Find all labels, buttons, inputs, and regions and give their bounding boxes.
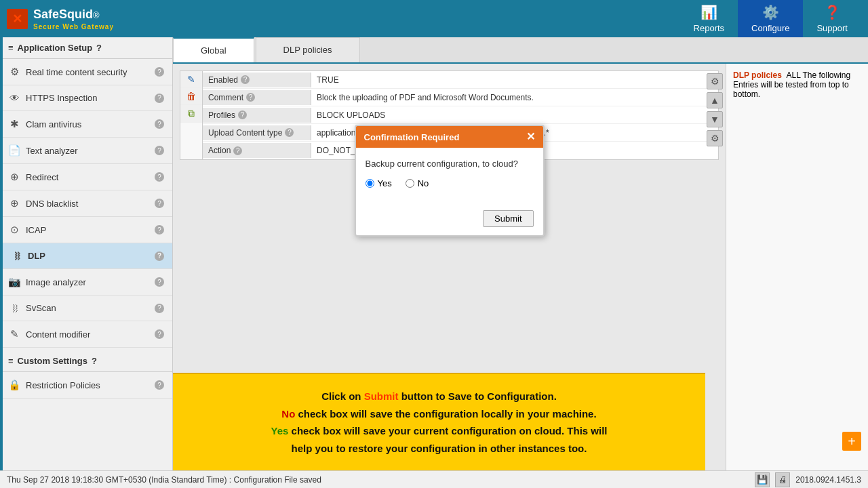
- logo-box: ✕: [7, 9, 28, 29]
- app-setup-help-icon[interactable]: ?: [96, 43, 102, 53]
- content-modifier-icon: ✎: [8, 328, 20, 340]
- sidebar-section-app-setup[interactable]: ≡ Application Setup ?: [0, 37, 172, 59]
- radio-no[interactable]: [406, 179, 414, 188]
- status-icons: 💾 🖨 2018.0924.1451.3: [755, 472, 861, 487]
- confirmation-dialog: Confirmation Required ✕ Backup current c…: [355, 125, 545, 237]
- main-layout: ≡ Application Setup ? ⚙ Real time conten…: [0, 37, 868, 470]
- sidebar-item-https-label: HTTPS Inspection: [26, 93, 98, 103]
- radio-no-label[interactable]: No: [406, 178, 429, 188]
- sidebar: ≡ Application Setup ? ⚙ Real time conten…: [0, 37, 173, 470]
- reports-icon: 📊: [701, 4, 717, 20]
- custom-settings-icon: ≡: [8, 356, 14, 366]
- dialog-overlay: Confirmation Required ✕ Backup current c…: [173, 64, 726, 470]
- redirect-help-icon[interactable]: ?: [155, 172, 164, 182]
- svscan-icon: ⧚: [8, 302, 20, 314]
- tabs-bar: Global DLP policies: [173, 37, 868, 64]
- sidebar-item-icap[interactable]: ⊙ ICAP ?: [0, 217, 172, 243]
- sidebar-item-content-modifier[interactable]: ✎ Content modifier ?: [0, 321, 172, 348]
- dns-help-icon[interactable]: ?: [155, 199, 164, 208]
- sidebar-item-real-time-label: Real time content security: [26, 67, 127, 77]
- icap-help-icon[interactable]: ?: [155, 225, 164, 235]
- radio-no-text: No: [418, 178, 429, 188]
- app-setup-label: Application Setup: [18, 43, 93, 53]
- dialog-body: Backup current configuration, to cloud? …: [356, 148, 543, 210]
- tab-dlp-policies[interactable]: DLP policies: [256, 37, 360, 62]
- configure-icon: ⚙️: [762, 4, 779, 20]
- clam-icon: ✱: [8, 118, 20, 130]
- text-analyzer-help-icon[interactable]: ?: [155, 146, 164, 155]
- custom-settings-label: Custom Settings: [18, 356, 87, 366]
- restriction-policies-label: Restriction Policies: [26, 380, 100, 390]
- dialog-footer: Submit: [356, 210, 543, 235]
- dlp-help-icon[interactable]: ?: [155, 251, 164, 261]
- sidebar-item-clam-label: Clam antivirus: [26, 119, 81, 129]
- radio-yes-label[interactable]: Yes: [366, 178, 392, 188]
- sidebar-item-svscan-label: SvScan: [26, 303, 56, 313]
- dialog-submit-button[interactable]: Submit: [483, 210, 533, 227]
- sidebar-item-text-analyzer-label: Text analyzer: [26, 146, 78, 156]
- real-time-icon: ⚙: [8, 66, 20, 78]
- sidebar-item-dlp-label: DLP: [28, 251, 45, 261]
- dialog-title: Confirmation Required: [364, 132, 460, 142]
- nav-support[interactable]: ❓ Support: [803, 0, 861, 39]
- content-area: Global DLP policies ✎ 🗑 ⧉: [173, 37, 868, 470]
- clam-help-icon[interactable]: ?: [155, 119, 164, 129]
- image-analyzer-help-icon[interactable]: ?: [155, 277, 164, 287]
- content-modifier-help-icon[interactable]: ?: [155, 329, 164, 339]
- app-header: ✕ SafeSquid® Secure Web Gateway 📊 Report…: [0, 0, 868, 37]
- dialog-header: Confirmation Required ✕: [356, 126, 543, 148]
- sidebar-item-image-analyzer[interactable]: 📷 Image analyzer ?: [0, 269, 172, 296]
- dialog-close-button[interactable]: ✕: [526, 131, 535, 142]
- save-icon-btn[interactable]: 💾: [755, 472, 770, 487]
- redirect-icon: ⊕: [8, 171, 20, 183]
- radio-yes[interactable]: [366, 179, 374, 188]
- sidebar-item-dlp[interactable]: ⧚ DLP ?: [0, 243, 172, 269]
- sidebar-item-clam[interactable]: ✱ Clam antivirus ?: [0, 111, 172, 138]
- table-area: ✎ 🗑 ⧉ Enabled ? TRUE: [173, 64, 868, 470]
- https-icon: 👁: [8, 92, 20, 104]
- nav-support-label: Support: [816, 23, 848, 33]
- real-time-help-icon[interactable]: ?: [155, 67, 164, 77]
- sidebar-item-restriction-policies[interactable]: 🔒 Restriction Policies ?: [0, 372, 172, 399]
- header-nav: 📊 Reports ⚙️ Configure ❓ Support: [680, 0, 861, 39]
- icap-icon: ⊙: [8, 224, 20, 236]
- dlp-icon: ⧚: [10, 250, 22, 262]
- text-analyzer-icon: 📄: [8, 144, 20, 157]
- sidebar-item-real-time[interactable]: ⚙ Real time content security ?: [0, 59, 172, 85]
- print-icon-btn[interactable]: 🖨: [775, 472, 790, 487]
- radio-group: Yes No: [366, 178, 534, 188]
- restriction-policies-icon: 🔒: [8, 379, 20, 391]
- nav-reports[interactable]: 📊 Reports: [680, 0, 738, 39]
- nav-reports-label: Reports: [694, 23, 725, 33]
- right-panel-tag: DLP policies: [733, 70, 782, 80]
- https-help-icon[interactable]: ?: [155, 94, 164, 103]
- radio-yes-text: Yes: [378, 178, 392, 188]
- sidebar-section-custom-settings[interactable]: ≡ Custom Settings ?: [0, 350, 172, 372]
- logo-x: ✕: [12, 12, 22, 26]
- nav-configure[interactable]: ⚙️ Configure: [738, 0, 803, 39]
- sidebar-item-image-analyzer-label: Image analyzer: [26, 277, 86, 287]
- sidebar-item-svscan[interactable]: ⧚ SvScan ?: [0, 296, 172, 321]
- sidebar-item-dns-blacklist[interactable]: ⊕ DNS blacklist ?: [0, 190, 172, 217]
- active-indicator: [0, 37, 3, 470]
- right-panel: DLP policies ALL The following Entries w…: [726, 64, 868, 470]
- sidebar-item-content-modifier-label: Content modifier: [26, 329, 90, 340]
- svscan-help-icon[interactable]: ?: [155, 304, 164, 313]
- brand-tagline: Secure Web Gateway: [33, 23, 114, 30]
- table-main: ✎ 🗑 ⧉ Enabled ? TRUE: [173, 64, 726, 470]
- sidebar-item-redirect[interactable]: ⊕ Redirect ?: [0, 164, 172, 190]
- brand-name: SafeSquid®: [33, 7, 114, 22]
- support-icon: ❓: [824, 4, 841, 20]
- dns-icon: ⊕: [8, 197, 20, 209]
- sidebar-item-https[interactable]: 👁 HTTPS Inspection ?: [0, 85, 172, 111]
- tab-global[interactable]: Global: [173, 37, 254, 62]
- status-bar: Thu Sep 27 2018 19:18:30 GMT+0530 (India…: [0, 470, 868, 488]
- restriction-policies-help-icon[interactable]: ?: [155, 380, 164, 390]
- sidebar-item-icap-label: ICAP: [26, 225, 46, 235]
- sidebar-item-text-analyzer[interactable]: 📄 Text analyzer ?: [0, 138, 172, 164]
- custom-settings-help-icon[interactable]: ?: [92, 356, 97, 366]
- sidebar-item-dns-label: DNS blacklist: [26, 199, 78, 209]
- logo-area: ✕ SafeSquid® Secure Web Gateway: [7, 7, 114, 30]
- version-text: 2018.0924.1451.3: [795, 475, 861, 485]
- dialog-question: Backup current configuration, to cloud?: [366, 159, 534, 169]
